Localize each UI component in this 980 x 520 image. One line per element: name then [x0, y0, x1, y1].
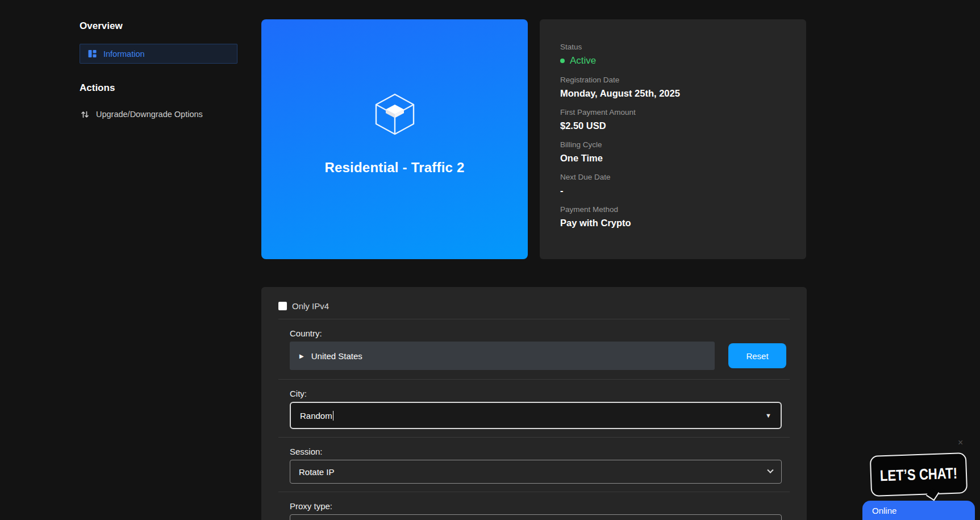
detail-payment-method: Payment Method Pay with Crypto	[560, 205, 786, 228]
proxy-type-label: Proxy type:	[290, 501, 790, 511]
detail-first-payment: First Payment Amount $2.50 USD	[560, 108, 786, 131]
country-select[interactable]: ▶ United States	[290, 342, 715, 370]
chat-bubble[interactable]: LET’S CHAT!	[870, 452, 968, 497]
action-item-label: Upgrade/Downgrade Options	[96, 110, 203, 119]
triangle-right-icon: ▶	[299, 353, 304, 359]
detail-label: First Payment Amount	[560, 108, 786, 117]
reset-button[interactable]: Reset	[728, 343, 786, 368]
status-text: Active	[570, 55, 596, 66]
service-details-panel: Status Active Registration Date Monday, …	[540, 19, 806, 259]
country-label: Country:	[290, 328, 790, 338]
sidebar-item-information[interactable]: Information	[80, 44, 237, 64]
detail-label: Registration Date	[560, 76, 786, 84]
product-title: Residential - Traffic 2	[324, 160, 464, 176]
proxy-type-field-group: Proxy type:	[278, 492, 790, 520]
only-ipv4-row: Only IPv4	[278, 301, 790, 311]
detail-value: -	[560, 185, 786, 196]
chevron-down-icon	[767, 467, 773, 473]
sidebar: Overview Information Actions Upgrade/Dow…	[80, 20, 237, 119]
detail-next-due-date: Next Due Date -	[560, 173, 786, 196]
detail-status: Status Active	[560, 43, 786, 66]
sidebar-item-label: Information	[103, 49, 145, 59]
detail-label: Payment Method	[560, 205, 786, 214]
overview-heading: Overview	[80, 20, 237, 32]
sort-arrows-icon	[81, 110, 89, 119]
proxy-type-select[interactable]	[290, 514, 782, 520]
detail-label: Billing Cycle	[560, 140, 786, 149]
country-selected-value: United States	[311, 351, 362, 361]
country-row: ▶ United States Reset	[290, 342, 790, 370]
detail-registration-date: Registration Date Monday, August 25th, 2…	[560, 76, 786, 99]
status-badge: Active	[560, 55, 786, 66]
chat-panel[interactable]: Online	[862, 501, 975, 520]
session-field-group: Session: Rotate IP	[278, 438, 790, 484]
cube-icon	[370, 90, 419, 141]
product-card: Residential - Traffic 2	[261, 19, 528, 259]
city-label: City:	[290, 389, 790, 398]
actions-heading: Actions	[80, 82, 237, 94]
session-label: Session:	[290, 447, 790, 456]
city-input[interactable]: Random ▼	[290, 402, 782, 429]
detail-value: Monday, August 25th, 2025	[560, 88, 786, 99]
proxy-settings-panel: Only IPv4 Country: ▶ United States Reset…	[261, 287, 807, 520]
city-field-group: City: Random ▼	[278, 380, 790, 429]
country-field-group: Country: ▶ United States Reset	[278, 319, 790, 370]
dropdown-arrow-icon[interactable]: ▼	[765, 412, 772, 419]
city-input-value: Random	[300, 411, 332, 421]
only-ipv4-label: Only IPv4	[292, 301, 329, 311]
detail-value: One Time	[560, 153, 786, 164]
sidebar-item-upgrade-downgrade[interactable]: Upgrade/Downgrade Options	[80, 110, 237, 119]
session-selected-value: Rotate IP	[299, 467, 335, 477]
detail-billing-cycle: Billing Cycle One Time	[560, 140, 786, 164]
text-cursor	[333, 411, 333, 421]
detail-label: Status	[560, 43, 786, 51]
status-dot-icon	[560, 59, 565, 63]
session-select[interactable]: Rotate IP	[290, 460, 782, 484]
chat-bubble-tail	[926, 488, 940, 501]
only-ipv4-checkbox[interactable]	[278, 302, 287, 310]
columns-icon	[88, 49, 97, 58]
detail-label: Next Due Date	[560, 173, 786, 181]
detail-value: Pay with Crypto	[560, 218, 786, 228]
chat-bubble-text: LET’S CHAT!	[879, 464, 957, 485]
chat-status-text: Online	[872, 506, 896, 515]
chat-close-icon[interactable]: ×	[958, 438, 963, 448]
detail-value: $2.50 USD	[560, 120, 786, 131]
